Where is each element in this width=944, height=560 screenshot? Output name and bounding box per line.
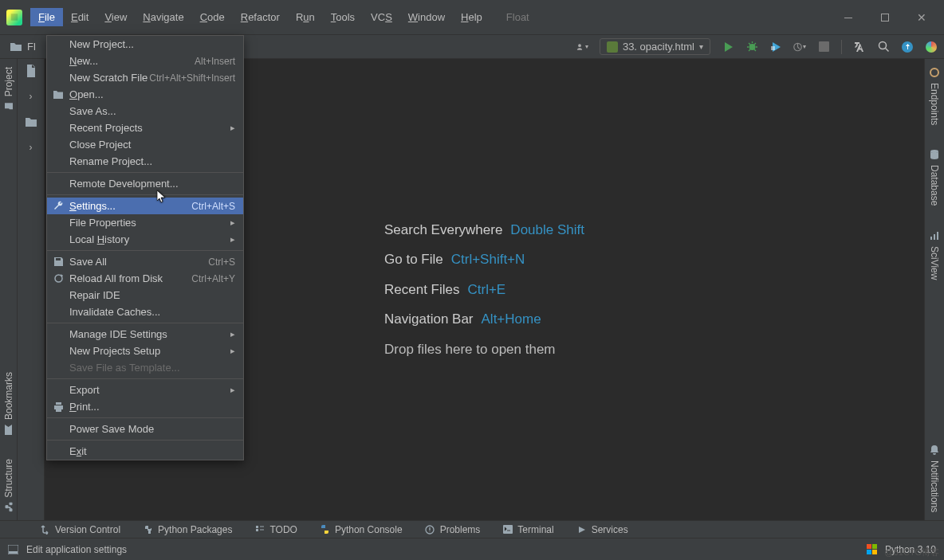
menu-rename-project[interactable]: Rename Project... — [47, 153, 243, 170]
ide-window: File Edit View Navigate Code Refactor Ru… — [0, 0, 944, 560]
menu-power-save[interactable]: Power Save Mode — [47, 421, 243, 437]
menu-vcs[interactable]: VCS — [363, 8, 400, 26]
watermark: @51CTO博客 — [885, 546, 939, 558]
menu-remote-development[interactable]: Remote Development... — [47, 175, 243, 192]
menu-save-as[interactable]: Save As... — [47, 103, 243, 119]
tool-database[interactable]: Database — [929, 149, 940, 206]
profiler-button[interactable]: ▾ — [793, 41, 806, 53]
wrench-icon — [52, 200, 65, 213]
svg-rect-15 — [9, 551, 18, 554]
breadcrumb[interactable]: Fl — [27, 41, 36, 53]
welcome-label: Recent Files — [384, 275, 459, 304]
svg-rect-0 — [607, 41, 618, 53]
menu-view[interactable]: View — [96, 8, 135, 26]
welcome-shortcut: Alt+Home — [482, 304, 541, 334]
status-bar: Edit application settings Python 3.10 — [0, 538, 944, 560]
menu-exit[interactable]: Exit — [47, 443, 243, 460]
tool-structure[interactable]: Structure — [3, 459, 14, 512]
tool-notifications[interactable]: Notifications — [929, 444, 940, 512]
coverage-button[interactable] — [769, 41, 782, 53]
window-controls: ─ ✕ — [844, 13, 938, 22]
run-button[interactable] — [722, 41, 734, 53]
menu-close-project[interactable]: Close Project — [47, 136, 243, 153]
tool-todo[interactable]: TODO — [254, 524, 297, 535]
menu-reload-disk[interactable]: Reload All from DiskCtrl+Alt+Y — [47, 270, 243, 287]
menu-settings[interactable]: Settings...Ctrl+Alt+S — [47, 198, 243, 214]
menu-new-project[interactable]: New Project... — [47, 36, 243, 53]
project-tree-collapsed: › › — [18, 59, 45, 520]
tree-expand-2[interactable]: › — [24, 140, 38, 155]
menu-file-properties[interactable]: File Properties▸ — [47, 214, 243, 231]
menu-new[interactable]: New...Alt+Insert — [47, 53, 243, 69]
welcome-drop-hint: Drop files here to open them — [384, 335, 556, 364]
svg-rect-13 — [503, 525, 513, 534]
menu-run[interactable]: Run — [288, 8, 323, 26]
menu-save-template: Save File as Template... — [47, 359, 243, 376]
tool-python-packages[interactable]: Python Packages — [143, 524, 232, 535]
tool-project[interactable]: Project — [3, 67, 14, 111]
menu-invalidate-caches[interactable]: Invalidate Caches... — [47, 303, 243, 320]
menu-manage-ide-settings[interactable]: Manage IDE Settings▸ — [47, 326, 243, 343]
tool-terminal[interactable]: Terminal — [502, 524, 553, 535]
translate-icon[interactable] — [853, 41, 866, 53]
chevron-down-icon: ▾ — [699, 42, 703, 51]
toolbox-icon[interactable] — [925, 41, 938, 53]
tool-python-console[interactable]: Python Console — [320, 524, 403, 535]
menu-print[interactable]: Print... — [47, 398, 243, 415]
svg-point-5 — [930, 69, 938, 76]
reload-icon — [52, 272, 65, 285]
tool-sciview[interactable]: SciView — [929, 230, 940, 280]
welcome-label: Search Everywhere — [384, 215, 502, 245]
tool-version-control[interactable]: Version Control — [40, 524, 120, 535]
stop-button[interactable] — [817, 41, 830, 53]
sync-icon[interactable] — [901, 41, 914, 53]
welcome-shortcut: Ctrl+Shift+N — [451, 245, 525, 274]
tool-services[interactable]: Services — [576, 524, 628, 535]
svg-point-6 — [930, 150, 938, 153]
app-icon — [6, 10, 22, 25]
close-button[interactable]: ✕ — [917, 13, 926, 22]
menu-open[interactable]: Open... — [47, 86, 243, 103]
menu-code[interactable]: Code — [192, 8, 233, 26]
tree-folder-icon[interactable] — [24, 115, 38, 129]
menu-navigate[interactable]: Navigate — [135, 8, 191, 26]
search-icon[interactable] — [877, 41, 890, 53]
menu-help[interactable]: Help — [453, 8, 490, 26]
svg-rect-7 — [930, 237, 932, 240]
mouse-cursor — [157, 190, 167, 205]
welcome-panel: Search EverywhereDouble Shift Go to File… — [384, 215, 584, 364]
menu-save-all[interactable]: Save AllCtrl+S — [47, 253, 243, 270]
right-tool-strip: Endpoints Database SciView Notifications — [925, 59, 944, 520]
maximize-button[interactable] — [880, 13, 890, 22]
menu-repair-ide[interactable]: Repair IDE — [47, 287, 243, 303]
tree-expand-1[interactable]: › — [24, 89, 38, 104]
user-icon[interactable]: ▾ — [576, 41, 588, 53]
bottom-tool-bar: Version Control Python Packages TODO Pyt… — [0, 520, 944, 538]
menu-refactor[interactable]: Refactor — [233, 8, 288, 26]
menu-local-history[interactable]: Local History▸ — [47, 231, 243, 248]
run-configuration-selector[interactable]: 33. opacity.html ▾ — [600, 38, 710, 55]
svg-rect-11 — [256, 529, 258, 531]
menu-export[interactable]: Export▸ — [47, 382, 243, 398]
menu-recent-projects[interactable]: Recent Projects▸ — [47, 119, 243, 136]
svg-rect-10 — [256, 526, 258, 528]
welcome-label: Navigation Bar — [384, 304, 474, 334]
menu-file[interactable]: File — [30, 8, 63, 26]
tool-bookmarks[interactable]: Bookmarks — [3, 372, 14, 435]
html-file-icon — [607, 41, 618, 53]
menu-edit[interactable]: Edit — [63, 8, 96, 26]
save-icon — [52, 256, 65, 268]
tree-file-icon[interactable] — [24, 64, 38, 78]
debug-button[interactable] — [745, 41, 758, 53]
tool-endpoints[interactable]: Endpoints — [929, 67, 940, 125]
run-config-label: 33. opacity.html — [623, 41, 694, 53]
menu-new-projects-setup[interactable]: New Projects Setup▸ — [47, 343, 243, 359]
menu-window[interactable]: Window — [400, 8, 453, 26]
minimize-button[interactable]: ─ — [844, 13, 853, 22]
welcome-shortcut: Double Shift — [510, 215, 584, 245]
svg-rect-9 — [937, 232, 938, 240]
tool-problems[interactable]: Problems — [425, 524, 481, 535]
menu-new-scratch[interactable]: New Scratch FileCtrl+Alt+Shift+Insert — [47, 69, 243, 86]
menu-tools[interactable]: Tools — [323, 8, 363, 26]
tool-window-toggle-icon[interactable] — [8, 544, 18, 554]
